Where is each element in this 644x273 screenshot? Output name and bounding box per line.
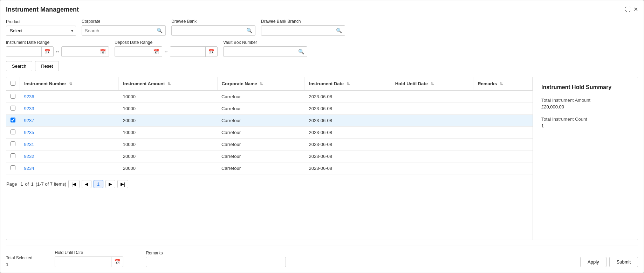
corporate-label: Corporate bbox=[82, 19, 166, 24]
sort-icon-instrument-date: ⇅ bbox=[347, 82, 350, 86]
instrument-amount-cell: 20000 bbox=[119, 151, 217, 162]
vault-box-number-search-button[interactable]: 🔍 bbox=[295, 47, 307, 56]
drawee-bank-branch-search-wrapper: 🔍 bbox=[261, 25, 345, 36]
col-label-instrument-number: Instrument Number bbox=[24, 81, 66, 86]
instrument-amount-cell: 10000 bbox=[119, 103, 217, 115]
modal-header: Instrument Management ⛶ ✕ bbox=[6, 6, 638, 13]
instrument-date-range-group: Instrument Date Range 📅 ↔ 📅 bbox=[6, 40, 109, 57]
instrument-number-cell[interactable]: 9233 bbox=[20, 103, 119, 115]
product-filter-group: Product Select ▾ bbox=[6, 19, 76, 36]
instrument-number-cell[interactable]: 9235 bbox=[20, 127, 119, 139]
first-page-button[interactable]: |◀ bbox=[68, 180, 79, 188]
deposit-date-from-input[interactable] bbox=[115, 47, 150, 56]
corporate-name-cell: Carrefour bbox=[217, 151, 304, 162]
prev-page-button[interactable]: ◀ bbox=[82, 180, 91, 188]
instrument-amount-cell: 10000 bbox=[119, 127, 217, 139]
col-header-corporate-name[interactable]: Corporate Name ⇅ bbox=[217, 77, 304, 91]
row-checkbox[interactable] bbox=[11, 94, 15, 99]
hold-until-date-cell bbox=[391, 127, 473, 139]
drawee-bank-branch-search-button[interactable]: 🔍 bbox=[333, 26, 345, 35]
row-checkbox-cell bbox=[6, 139, 20, 151]
row-checkbox[interactable] bbox=[11, 106, 15, 111]
corporate-name-cell: Carrefour bbox=[217, 139, 304, 151]
modal-controls: ⛶ ✕ bbox=[625, 6, 638, 13]
hold-until-date-cell bbox=[391, 151, 473, 162]
instrument-date-range-wrapper: 📅 ↔ 📅 bbox=[6, 46, 109, 57]
row-checkbox[interactable] bbox=[11, 153, 15, 158]
apply-button[interactable]: Apply bbox=[580, 257, 607, 267]
last-page-button[interactable]: ▶| bbox=[117, 180, 128, 188]
instrument-number-cell[interactable]: 9231 bbox=[20, 139, 119, 151]
col-label-instrument-amount: Instrument Amount bbox=[123, 81, 165, 86]
col-header-instrument-number[interactable]: Instrument Number ⇅ bbox=[20, 77, 119, 91]
hold-until-date-footer-input[interactable] bbox=[55, 257, 111, 267]
row-checkbox[interactable] bbox=[11, 129, 15, 134]
page-1-button[interactable]: 1 bbox=[94, 180, 103, 188]
row-checkbox[interactable] bbox=[11, 141, 15, 146]
deposit-date-range-label: Deposit Date Range bbox=[115, 40, 218, 45]
drawee-bank-input[interactable] bbox=[172, 26, 244, 35]
action-buttons-row: Search Reset bbox=[6, 61, 638, 71]
deposit-date-to-calendar-icon[interactable]: 📅 bbox=[205, 47, 217, 56]
table-row: 9235 10000 Carrefour 2023-06-08 bbox=[6, 127, 533, 139]
row-checkbox-cell bbox=[6, 127, 20, 139]
instrument-number-cell[interactable]: 9236 bbox=[20, 91, 119, 103]
row-checkbox[interactable] bbox=[11, 118, 15, 122]
instrument-date-cell: 2023-06-08 bbox=[305, 139, 391, 151]
search-button[interactable]: Search bbox=[6, 61, 32, 71]
next-page-button[interactable]: ▶ bbox=[105, 180, 115, 188]
remarks-cell bbox=[473, 127, 533, 139]
remarks-footer-label: Remarks bbox=[146, 251, 286, 255]
corporate-search-button[interactable]: 🔍 bbox=[154, 26, 165, 35]
close-icon[interactable]: ✕ bbox=[633, 6, 638, 13]
reset-button[interactable]: Reset bbox=[35, 61, 59, 71]
row-checkbox[interactable] bbox=[11, 165, 15, 170]
hold-until-date-cell bbox=[391, 103, 473, 115]
total-selected-label: Total Selected bbox=[6, 255, 32, 260]
remarks-cell bbox=[473, 162, 533, 174]
remarks-cell bbox=[473, 115, 533, 127]
instrument-date-from-wrapper: 📅 bbox=[6, 46, 54, 57]
remarks-cell bbox=[473, 91, 533, 103]
sort-icon-remarks: ⇅ bbox=[500, 82, 503, 86]
col-header-hold-until-date[interactable]: Hold Until Date ⇅ bbox=[391, 77, 473, 91]
instrument-date-to-calendar-icon[interactable]: 📅 bbox=[97, 47, 109, 56]
drawee-bank-label: Drawee Bank bbox=[171, 19, 255, 24]
vault-box-number-wrapper: 🔍 bbox=[223, 46, 307, 57]
table-row: 9237 20000 Carrefour 2023-06-08 bbox=[6, 115, 533, 127]
instrument-number-cell[interactable]: 9234 bbox=[20, 162, 119, 174]
corporate-name-cell: Carrefour bbox=[217, 103, 304, 115]
maximize-icon[interactable]: ⛶ bbox=[625, 6, 631, 13]
col-header-remarks[interactable]: Remarks ⇅ bbox=[473, 77, 533, 91]
corporate-name-cell: Carrefour bbox=[217, 127, 304, 139]
instrument-number-cell[interactable]: 9232 bbox=[20, 151, 119, 162]
product-select[interactable]: Select bbox=[6, 26, 76, 36]
instrument-date-to-input[interactable] bbox=[62, 47, 97, 56]
col-header-instrument-amount[interactable]: Instrument Amount ⇅ bbox=[119, 77, 217, 91]
hold-until-date-calendar-icon[interactable]: 📅 bbox=[111, 257, 123, 267]
hold-until-date-footer-label: Hold Until Date bbox=[55, 250, 123, 255]
remarks-cell bbox=[473, 139, 533, 151]
corporate-search-wrapper: 🔍 bbox=[82, 25, 166, 36]
instrument-number-cell[interactable]: 9237 bbox=[20, 115, 119, 127]
deposit-date-from-wrapper: 📅 bbox=[115, 46, 162, 57]
instrument-date-from-calendar-icon[interactable]: 📅 bbox=[41, 47, 53, 56]
table-row: 9234 20000 Carrefour 2023-06-08 bbox=[6, 162, 533, 174]
col-header-instrument-date[interactable]: Instrument Date ⇅ bbox=[305, 77, 391, 91]
deposit-date-to-input[interactable] bbox=[170, 47, 205, 56]
remarks-footer-input[interactable] bbox=[146, 257, 286, 267]
content-area: Instrument Number ⇅ Instrument Amount ⇅ … bbox=[6, 77, 638, 240]
corporate-search-input[interactable] bbox=[82, 26, 154, 35]
select-all-checkbox[interactable] bbox=[11, 81, 15, 86]
total-selected-group: Total Selected 1 bbox=[6, 255, 32, 267]
total-amount-item: Total Instrument Amount £20,000.00 bbox=[541, 98, 629, 109]
deposit-date-from-calendar-icon[interactable]: 📅 bbox=[150, 47, 162, 56]
corporate-name-cell: Carrefour bbox=[217, 115, 304, 127]
submit-button[interactable]: Submit bbox=[609, 257, 638, 267]
instrument-date-from-input[interactable] bbox=[6, 47, 41, 56]
drawee-bank-search-button[interactable]: 🔍 bbox=[244, 26, 255, 35]
drawee-bank-branch-input[interactable] bbox=[261, 26, 333, 35]
col-label-corporate-name: Corporate Name bbox=[222, 81, 257, 86]
drawee-bank-search-wrapper: 🔍 bbox=[171, 25, 255, 36]
vault-box-number-input[interactable] bbox=[224, 47, 295, 56]
